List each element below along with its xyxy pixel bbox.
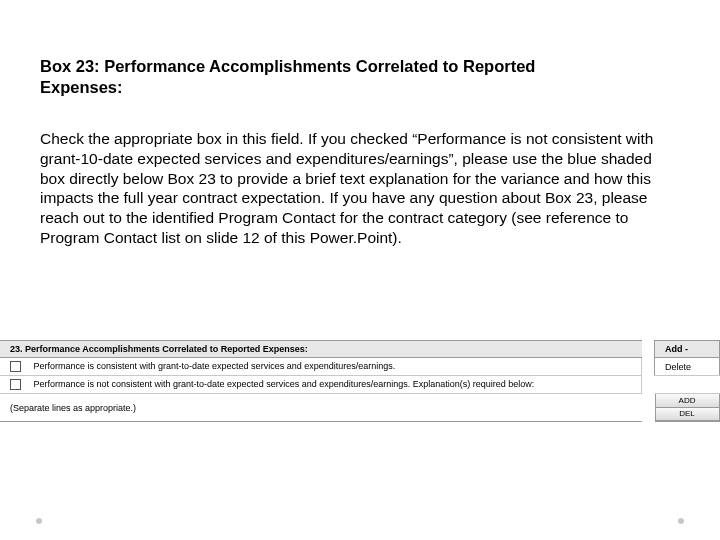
pager-dots — [0, 518, 720, 524]
separate-lines-row: (Separate lines as appropriate.) ADD DEL — [0, 394, 720, 422]
option-row-2: Performance is not consistent with grant… — [0, 376, 720, 394]
checkbox-consistent[interactable] — [10, 361, 21, 372]
option2-label: Performance is not consistent with grant… — [34, 379, 535, 389]
form-table: 23. Performance Accomplishments Correlat… — [0, 340, 720, 422]
section-heading: Box 23: Performance Accomplishments Corr… — [40, 56, 600, 99]
form-header-label: 23. Performance Accomplishments Correlat… — [0, 341, 642, 358]
option1-label: Performance is consistent with grant-to-… — [34, 361, 396, 371]
del-button[interactable]: DEL — [655, 408, 720, 422]
pager-dot-prev-icon[interactable] — [36, 518, 42, 524]
embedded-form-box23: 23. Performance Accomplishments Correlat… — [0, 340, 720, 422]
add-button[interactable]: ADD — [655, 394, 720, 408]
section-body: Check the appropriate box in this field.… — [40, 129, 670, 248]
side-header: Add - — [655, 341, 720, 358]
text-content: Box 23: Performance Accomplishments Corr… — [0, 0, 720, 248]
side-header-delete: Delete — [655, 358, 720, 376]
pager-dot-next-icon[interactable] — [678, 518, 684, 524]
spacer — [642, 341, 655, 358]
side-header-add: Add - — [665, 344, 688, 354]
checkbox-not-consistent[interactable] — [10, 379, 21, 390]
separate-lines-label: (Separate lines as appropriate.) — [0, 394, 642, 422]
slide: Box 23: Performance Accomplishments Corr… — [0, 0, 720, 540]
form-header-row: 23. Performance Accomplishments Correlat… — [0, 341, 720, 358]
option-row-1: Performance is consistent with grant-to-… — [0, 358, 720, 376]
